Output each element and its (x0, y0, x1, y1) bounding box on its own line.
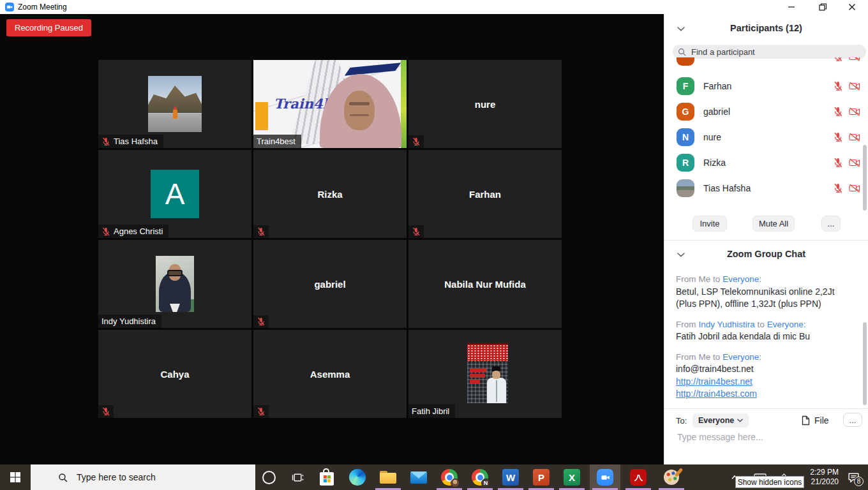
file-icon (801, 415, 810, 426)
tile-name-label: Fatih Jibril (408, 405, 455, 418)
muted-mic-chip (253, 315, 269, 328)
participants-scrollbar[interactable] (863, 145, 867, 211)
taskbar-edge[interactable] (342, 464, 373, 490)
show-hidden-icons-tooltip: Show hidden icons (735, 476, 804, 488)
participant-row-rizka[interactable]: R Rizka (677, 150, 860, 175)
taskbar-word[interactable]: W (495, 464, 526, 490)
muted-mic-icon (833, 81, 843, 91)
muted-mic-icon (101, 407, 110, 416)
muted-mic-icon (257, 317, 266, 326)
window-title: Zoom Meeting (18, 0, 67, 14)
taskbar-acrobat[interactable] (623, 464, 654, 490)
video-tile-asemma[interactable]: Asemma (253, 330, 407, 418)
participant-row-farhan[interactable]: F Farhan (677, 73, 860, 99)
action-center-button[interactable]: 8 (840, 464, 867, 490)
muted-mic-chip (408, 135, 424, 148)
tias-avatar-photo (148, 76, 202, 132)
participant-row-gabriel[interactable]: G gabriel (677, 99, 860, 124)
edge-icon (349, 469, 366, 486)
invite-button[interactable]: Invite (692, 216, 727, 232)
video-tile-train4best[interactable]: Train4best Train4best (253, 60, 407, 148)
chat-recipient-dropdown[interactable]: Everyone (692, 413, 749, 427)
tile-name-center: Asemma (253, 330, 407, 418)
search-icon (58, 473, 68, 482)
chrome-profile-badge: N (481, 479, 490, 487)
video-tile-rizka[interactable]: Rizka (253, 150, 407, 238)
video-tile-nabila-nur-mufida[interactable]: Nabila Nur Mufida (408, 240, 562, 328)
chat-scrollbar[interactable] (863, 322, 867, 405)
video-off-icon (849, 158, 860, 167)
video-tile-gabriel[interactable]: gabriel (253, 240, 407, 328)
video-off-icon (849, 82, 860, 91)
participant-row-nure[interactable]: N nure (677, 124, 860, 150)
tile-name-center: nure (408, 60, 562, 148)
video-tile-farhan[interactable]: Farhan (408, 150, 562, 238)
tile-name-text: Fatih Jibril (412, 406, 449, 416)
muted-mic-icon (257, 227, 266, 236)
taskbar-powerpoint[interactable]: P (526, 464, 557, 490)
store-icon (320, 472, 334, 486)
indy-avatar-photo (156, 256, 194, 312)
mute-all-button[interactable]: Mute All (752, 216, 795, 232)
tile-name-center: Nabila Nur Mufida (408, 240, 562, 328)
side-panel: Participants (12) F Farhan G gabriel (664, 14, 868, 464)
chat-more-button[interactable]: ... (843, 413, 862, 427)
taskbar-chrome-profile2[interactable]: N (465, 464, 495, 490)
avatar: F (677, 77, 694, 95)
participant-search[interactable] (673, 45, 866, 59)
chat-message: From Indy Yudhistira to Everyone: Fatih … (676, 318, 858, 343)
muted-mic-icon (101, 137, 110, 146)
window-titlebar: Zoom Meeting (0, 0, 868, 14)
taskbar-excel[interactable]: X (557, 464, 587, 490)
chat-file-button[interactable]: File (801, 413, 829, 427)
fatih-avatar-photo (467, 343, 508, 403)
video-tile-tias-hafsha[interactable]: Tias Hafsha (98, 60, 251, 148)
muted-mic-icon (833, 57, 843, 62)
participants-more-button[interactable]: ... (821, 216, 841, 232)
acrobat-icon (630, 469, 647, 486)
muted-mic-icon (412, 137, 421, 146)
video-tile-cahya[interactable]: Cahya (98, 330, 251, 418)
chat-message-text: Fatih Jobril ada kendala di mic Bu (676, 330, 858, 343)
chat-link[interactable]: http://train4best.net (676, 376, 858, 389)
chat-input-area[interactable] (676, 431, 855, 447)
participant-row-tias-hafsha[interactable]: Tias Hafsha (677, 175, 860, 201)
task-view-icon (292, 472, 304, 483)
video-tile-nure[interactable]: nure (408, 60, 562, 148)
video-tile-agnes-christi[interactable]: A Agnes Christi (98, 150, 251, 238)
chat-message-meta: From Me to Everyone: (676, 273, 858, 286)
start-button[interactable] (0, 464, 31, 490)
minimize-button[interactable] (779, 0, 804, 14)
taskbar-mail[interactable] (403, 464, 434, 490)
chat-file-label: File (814, 415, 829, 426)
video-tile-indy-yudhistira[interactable]: Indy Yudhistira (98, 240, 251, 328)
taskbar-search-input[interactable] (75, 471, 237, 483)
tile-name-center: Farhan (408, 150, 562, 238)
cortana-button[interactable] (255, 464, 282, 490)
taskbar-store[interactable] (311, 464, 342, 490)
taskbar-paint[interactable] (656, 464, 687, 490)
taskbar-chrome-profile1[interactable] (434, 464, 465, 490)
participant-search-input[interactable] (690, 47, 861, 57)
clock-date: 21/2020 (811, 477, 839, 487)
muted-mic-chip (408, 225, 424, 238)
chat-recipient-value: Everyone (698, 416, 734, 425)
participant-list: F Farhan G gabriel N nure R Rizk (664, 57, 868, 204)
close-button[interactable] (840, 0, 864, 14)
restore-button[interactable] (811, 0, 835, 14)
chat-message-input[interactable] (676, 431, 858, 443)
taskbar-zoom-active[interactable] (590, 464, 620, 490)
taskbar-file-explorer[interactable] (373, 464, 403, 490)
video-tile-fatih-jibril[interactable]: Fatih Jibril (408, 330, 562, 418)
chat-log: From Me to Everyone: Betul, LSP Telekomn… (676, 273, 858, 408)
cortana-icon (262, 471, 276, 484)
muted-mic-icon (833, 107, 843, 117)
chat-link[interactable]: http://train4best.com (676, 388, 858, 401)
video-off-icon (849, 184, 860, 193)
muted-mic-icon (833, 183, 843, 193)
chat-message-meta: From Indy Yudhistira to Everyone: (676, 318, 858, 331)
chat-message-text: (Plus PPN), offline 1,32Jt (plus PPN) (676, 298, 858, 311)
participant-row-partial[interactable] (677, 57, 860, 70)
taskbar-search[interactable] (31, 464, 255, 490)
task-view-button[interactable] (284, 464, 311, 490)
